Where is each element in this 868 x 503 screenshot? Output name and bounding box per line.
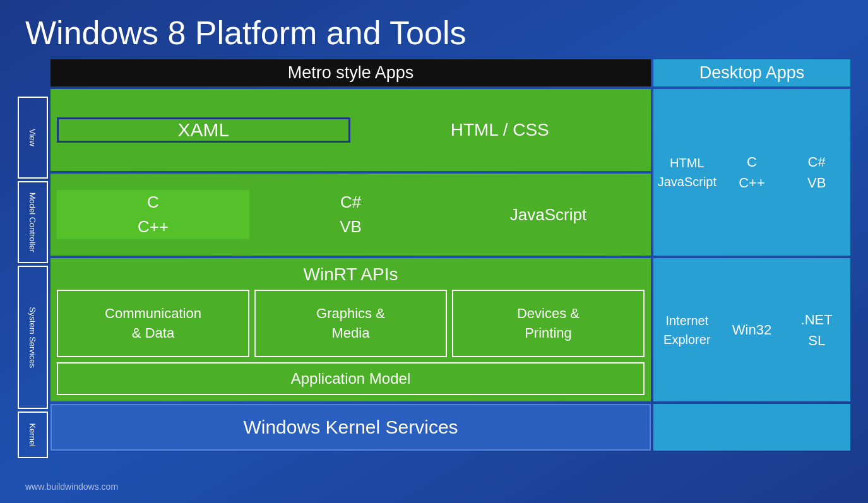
communication-data-box: Communication& Data <box>57 290 249 357</box>
row-label-view: View <box>18 97 48 179</box>
desktop-bottom: InternetExplorer Win32 .NETSL <box>653 258 850 401</box>
csharp-vb-box: C#VB <box>254 190 447 239</box>
desktop-kernel-spacer <box>653 404 850 451</box>
row-label-model-controller: Model Controller <box>18 181 48 263</box>
metro-header: Metro style Apps <box>51 59 651 86</box>
footer: www.buildwindows.com <box>25 482 118 492</box>
winrt-title: WinRT APIs <box>57 264 645 285</box>
page-title: Windows 8 Platform and Tools <box>0 0 868 59</box>
row-label-kernel: Kernel <box>18 411 48 458</box>
net-sl-box: .NETSL <box>785 261 848 399</box>
internet-explorer-box: InternetExplorer <box>656 261 718 399</box>
win32-box: Win32 <box>721 261 783 399</box>
metro-system: WinRT APIs Communication& Data Graphics … <box>51 258 651 401</box>
html-css-box: HTML / CSS <box>355 120 645 140</box>
metro-view: XAML HTML / CSS <box>51 89 651 171</box>
xaml-box: XAML <box>57 117 350 143</box>
graphics-media-box: Graphics &Media <box>254 290 447 357</box>
app-model-box: Application Model <box>57 362 645 395</box>
desktop-csharp-vb: C#VB <box>785 92 848 253</box>
desktop-top: HTMLJavaScript CC++ C#VB <box>653 89 850 256</box>
javascript-box: JavaScript <box>452 205 645 225</box>
devices-printing-box: Devices &Printing <box>452 290 645 357</box>
desktop-html-js: HTMLJavaScript <box>656 92 718 253</box>
desktop-header: Desktop Apps <box>653 59 850 86</box>
metro-model: CC++ C#VB JavaScript <box>51 174 651 256</box>
row-label-system-services: System Services <box>18 266 48 409</box>
desktop-c-cpp: CC++ <box>721 92 783 253</box>
kernel-box: Windows Kernel Services <box>51 404 651 451</box>
c-cpp-box: CC++ <box>57 190 249 239</box>
